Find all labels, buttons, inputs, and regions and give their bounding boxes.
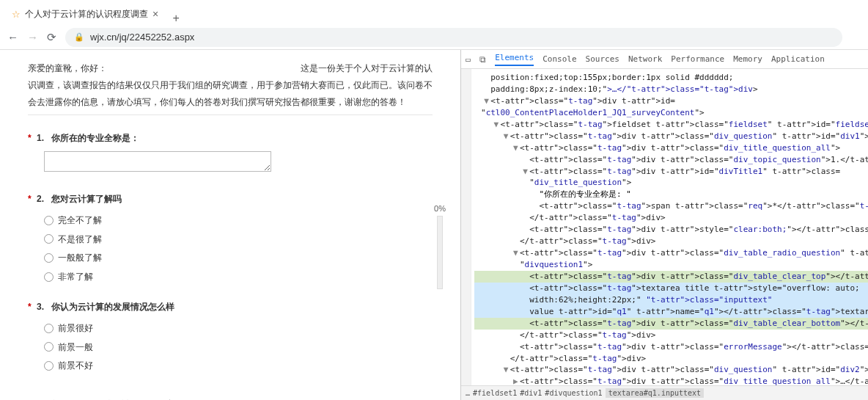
q3-number: 3. (37, 302, 44, 312)
progress-indicator: 0% (431, 204, 449, 289)
new-tab-button[interactable]: + (166, 12, 186, 25)
progress-bar (437, 216, 443, 289)
question-2: * 2. 您对云计算了解吗 完全不了解 不是很了解 一般般了解 非常了解 (28, 191, 433, 286)
q3-title: 你认为云计算的发展情况怎么样 (51, 302, 174, 312)
q3-option[interactable]: 前景不好 (44, 357, 433, 374)
breadcrumb[interactable]: … #fieldset1 #div1 #divquestion1 textare… (461, 385, 868, 400)
tab-memory[interactable]: Memory (733, 54, 762, 64)
radio-icon (44, 234, 54, 244)
radio-icon (44, 216, 54, 225)
devtools-panel: ▭ ⧉ Elements Console Sources Network Per… (460, 50, 868, 400)
star-icon: ☆ (12, 9, 21, 20)
q2-option[interactable]: 非常了解 (44, 269, 433, 286)
devtools-gutter (461, 69, 471, 385)
required-mark: * (28, 302, 32, 312)
radio-icon (44, 324, 54, 333)
url-text: wjx.cn/jq/22452252.aspx (90, 32, 194, 43)
q1-number: 1. (37, 133, 44, 143)
question-4: * 4. 您知道下面哪些云计算的服务商 [多选题] (28, 396, 433, 400)
q3-option[interactable]: 前景很好 (44, 320, 433, 337)
tab-application[interactable]: Application (771, 54, 825, 64)
radio-icon (44, 342, 54, 352)
forward-icon[interactable]: → (27, 31, 38, 43)
survey-intro: 亲爱的童靴，你好： 这是一份关于个人对于云计算的认识调查，该调查报告的结果仅仅只… (28, 60, 433, 115)
page-content: 亲爱的童靴，你好： 这是一份关于个人对于云计算的认识调查，该调查报告的结果仅仅只… (0, 50, 460, 400)
close-icon[interactable]: × (152, 8, 158, 20)
devtools-tabs: ▭ ⧉ Elements Console Sources Network Per… (461, 50, 868, 69)
q1-title: 你所在的专业全称是： (51, 133, 139, 143)
tab-network[interactable]: Network (628, 54, 662, 64)
inspect-icon[interactable]: ▭ (466, 54, 471, 65)
browser-toolbar: ← → ⟳ 🔒 wjx.cn/jq/22452252.aspx (0, 25, 868, 50)
required-mark: * (28, 194, 32, 204)
address-bar[interactable]: 🔒 wjx.cn/jq/22452252.aspx (65, 28, 842, 47)
tab-elements[interactable]: Elements (495, 53, 534, 66)
tab-console[interactable]: Console (542, 54, 576, 64)
question-3: * 3. 你认为云计算的发展情况怎么样 前景很好 前景一般 前景不好 (28, 299, 433, 374)
q2-number: 2. (37, 194, 44, 204)
q2-option[interactable]: 不是很了解 (44, 231, 433, 248)
required-mark: * (28, 133, 32, 143)
q2-title: 您对云计算了解吗 (51, 194, 122, 204)
radio-icon (44, 253, 54, 263)
back-icon[interactable]: ← (7, 31, 18, 43)
radio-icon (44, 272, 54, 282)
question-1: * 1. 你所在的专业全称是： (28, 130, 433, 178)
dom-tree[interactable]: position:fixed;top:155px;border:1px soli… (471, 69, 868, 385)
q1-textarea[interactable] (44, 151, 271, 172)
reload-icon[interactable]: ⟳ (47, 31, 56, 44)
browser-tab[interactable]: ☆ 个人对于云计算的认识程度调查 × (4, 3, 166, 25)
browser-titlebar: ☆ 个人对于云计算的认识程度调查 × + (0, 0, 868, 25)
device-icon[interactable]: ⧉ (479, 54, 486, 65)
q3-option[interactable]: 前景一般 (44, 339, 433, 356)
tab-sources[interactable]: Sources (586, 54, 619, 64)
tab-performance[interactable]: Performance (671, 54, 724, 64)
lock-icon: 🔒 (74, 32, 84, 42)
tab-title: 个人对于云计算的认识程度调查 (25, 8, 148, 21)
survey-form: 亲爱的童靴，你好： 这是一份关于个人对于云计算的认识调查，该调查报告的结果仅仅只… (0, 50, 460, 400)
radio-icon (44, 361, 54, 371)
q2-option[interactable]: 完全不了解 (44, 212, 433, 229)
progress-value: 0% (431, 204, 449, 213)
q2-option[interactable]: 一般般了解 (44, 250, 433, 266)
